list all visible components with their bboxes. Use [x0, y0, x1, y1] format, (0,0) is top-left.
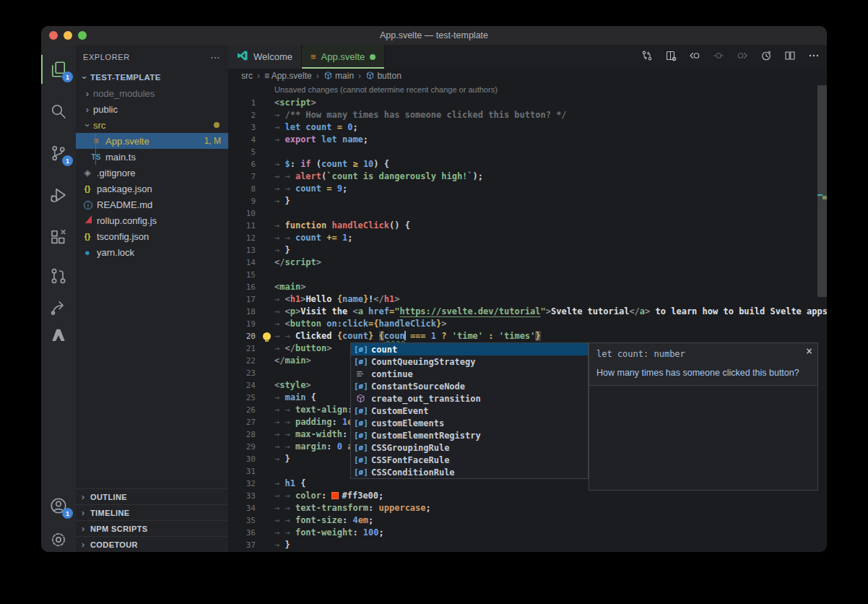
suggestion-count[interactable]: [ø]count: [351, 343, 588, 355]
code-line-18[interactable]: 18→ <p>Visit the <a href="https://svelte…: [228, 306, 817, 318]
code-line-6[interactable]: 6→ $: if (count ≥ 10) {: [228, 158, 817, 171]
lightbulb-icon[interactable]: [263, 332, 271, 340]
code-line-33[interactable]: 33→ → color: #ff3e00;: [228, 490, 817, 502]
close-icon[interactable]: ×: [806, 345, 812, 358]
source-control-icon[interactable]: 1: [41, 136, 76, 171]
tree-item-package-json[interactable]: {}package.json: [76, 181, 228, 197]
minimize-window-button[interactable]: [64, 31, 72, 40]
code-line-35[interactable]: 35→ → font-size: 4em;: [228, 514, 817, 527]
code-line-4[interactable]: 4→ export let name;: [228, 134, 817, 146]
code-line-17[interactable]: 17→ <h1>Hello {name}!</h1>: [228, 293, 817, 306]
zoom-window-button[interactable]: [78, 31, 87, 40]
rollup-file-icon: [82, 215, 93, 225]
breadcrumb-separator: ›: [358, 71, 361, 81]
suggestion-cssgroupingrule[interactable]: [ø]CSSGroupingRule: [351, 441, 588, 454]
code-line-5[interactable]: 5: [228, 146, 817, 158]
extensions-icon[interactable]: [41, 220, 76, 254]
panel-timeline[interactable]: ›TIMELINE: [76, 504, 228, 520]
code-line-8[interactable]: 8→ → count = 9;: [228, 183, 817, 195]
tree-item-label: yarn.lock: [97, 247, 134, 258]
code-line-19[interactable]: 19→ <button on:click={handleClick}>: [228, 318, 817, 330]
code-editor[interactable]: Unsaved changes (cannot determine recent…: [228, 83, 827, 552]
breadcrumb-item-button[interactable]: button: [365, 71, 402, 81]
code-line-36[interactable]: 36→ → font-weight: 100;: [228, 527, 817, 539]
suggestion-create_out_transition[interactable]: create_out_transition: [351, 392, 588, 405]
code-line-20[interactable]: 20→ → Clicked {count} {coun === 1 ? 'tim…: [228, 330, 817, 342]
editor-toolbar: [641, 45, 820, 69]
scrollbar-thumb[interactable]: [817, 85, 827, 297]
breadcrumb-item-src[interactable]: src: [241, 71, 253, 81]
next-change-icon[interactable]: [737, 50, 748, 64]
panel-codetour[interactable]: ›CODETOUR: [76, 536, 228, 552]
code-line-13[interactable]: 13→ }: [228, 244, 817, 256]
tab-welcome[interactable]: Welcome: [228, 45, 302, 69]
code-line-10[interactable]: 10: [228, 207, 817, 220]
panel-outline[interactable]: ›OUTLINE: [76, 488, 228, 504]
suggestion-customelementregistry[interactable]: [ø]CustomElementRegistry: [351, 429, 588, 441]
settings-icon[interactable]: [41, 522, 76, 552]
tab-app-svelte[interactable]: ≡App.svelte: [302, 45, 385, 69]
code-line-11[interactable]: 11→ function handleClick() {: [228, 220, 817, 232]
tab-label: App.svelte: [321, 51, 365, 62]
tree-item-yarn-lock[interactable]: ●yarn.lock: [76, 244, 228, 260]
line-number: 8: [228, 183, 256, 195]
tree-item-main-ts[interactable]: TSmain.ts: [76, 149, 228, 165]
suggestion-cssconditionrule[interactable]: [ø]CSSConditionRule: [351, 466, 588, 478]
file-history-icon[interactable]: [760, 50, 772, 64]
tree-item--gitignore[interactable]: ◈.gitignore: [76, 165, 228, 181]
tree-item-readme-md[interactable]: iREADME.md: [76, 197, 228, 212]
tree-item-app-svelte[interactable]: ≡App.svelte1, M: [76, 133, 228, 149]
search-icon[interactable]: [41, 94, 76, 129]
breadcrumb-item-app-svelte[interactable]: ≡ App.svelte: [264, 71, 312, 81]
tree-item-tsconfig-json[interactable]: {}tsconfig.json: [76, 228, 228, 244]
tab-label: Welcome: [253, 51, 292, 62]
chevron-right-icon: ›: [76, 523, 90, 534]
open-changes-icon[interactable]: [665, 50, 677, 64]
suggestion-label: create_out_transition: [371, 394, 481, 404]
explorer-icon[interactable]: 1: [41, 52, 76, 87]
github-pull-requests-icon[interactable]: [41, 259, 76, 293]
suggestion-constantsourcenode[interactable]: [ø]ConstantSourceNode: [351, 380, 588, 392]
previous-change-icon[interactable]: [689, 50, 700, 64]
breadcrumb-item-main[interactable]: main: [324, 71, 354, 81]
sidebar-more-actions-icon[interactable]: ⋯: [210, 51, 221, 63]
accounts-icon[interactable]: 1: [41, 488, 76, 523]
code-line-15[interactable]: 15: [228, 269, 817, 281]
line-number: 33: [228, 490, 256, 502]
tree-item-rollup-config-js[interactable]: rollup.config.js: [76, 212, 228, 228]
suggestion-continue[interactable]: continue: [351, 368, 588, 380]
code-line-7[interactable]: 7→ → alert(`count is dangerously high!`)…: [228, 171, 817, 183]
code-line-14[interactable]: 14</script>: [228, 256, 817, 269]
git-status-badge: 1, M: [204, 136, 221, 146]
panel-npm-scripts[interactable]: ›NPM SCRIPTS: [76, 520, 228, 536]
code-line-34[interactable]: 34→ → text-transform: uppercase;: [228, 502, 817, 514]
suggestion-countqueuingstrategy[interactable]: [ø]CountQueuingStrategy: [351, 355, 588, 368]
suggestion-cssfontfacerule[interactable]: [ø]CSSFontFaceRule: [351, 454, 588, 466]
suggestion-label: CustomEvent: [371, 406, 428, 416]
chevron-right-icon: ›: [82, 88, 93, 99]
code-line-16[interactable]: 16<main>: [228, 281, 817, 293]
source-control-compare-icon[interactable]: [641, 50, 653, 64]
azure-icon[interactable]: [41, 318, 76, 353]
more-actions-icon[interactable]: [808, 50, 820, 64]
yarn-file-icon: ●: [82, 247, 93, 258]
suggestion-customevent[interactable]: [ø]CustomEvent: [351, 405, 588, 417]
tree-item-node-modules[interactable]: ›node_modules: [76, 85, 228, 101]
split-editor-icon[interactable]: [784, 50, 796, 64]
run-debug-icon[interactable]: [41, 178, 76, 212]
code-line-1[interactable]: 1<script>: [228, 97, 817, 109]
tree-item-src[interactable]: ›src: [76, 117, 228, 133]
code-line-9[interactable]: 9→ }: [228, 195, 817, 207]
tree-item-public[interactable]: ›public: [76, 101, 228, 117]
current-change-icon[interactable]: [713, 50, 724, 64]
editor-scrollbar[interactable]: [817, 83, 827, 552]
tree-item-label: src: [93, 120, 105, 131]
close-window-button[interactable]: [49, 31, 58, 40]
suggestion-customelements[interactable]: [ø]customElements: [351, 417, 588, 429]
code-line-2[interactable]: 2→ /** How many times has someone clicke…: [228, 109, 817, 121]
tree-item-test-template[interactable]: ›TEST-TEMPLATE: [76, 69, 228, 85]
code-line-37[interactable]: 37→ }: [228, 539, 817, 551]
code-line-3[interactable]: 3→ let count = 0;: [228, 121, 817, 134]
code-line-12[interactable]: 12→ → count += 1;: [228, 232, 817, 244]
file-tree: ›TEST-TEMPLATE›node_modules›public›src≡A…: [76, 69, 228, 260]
